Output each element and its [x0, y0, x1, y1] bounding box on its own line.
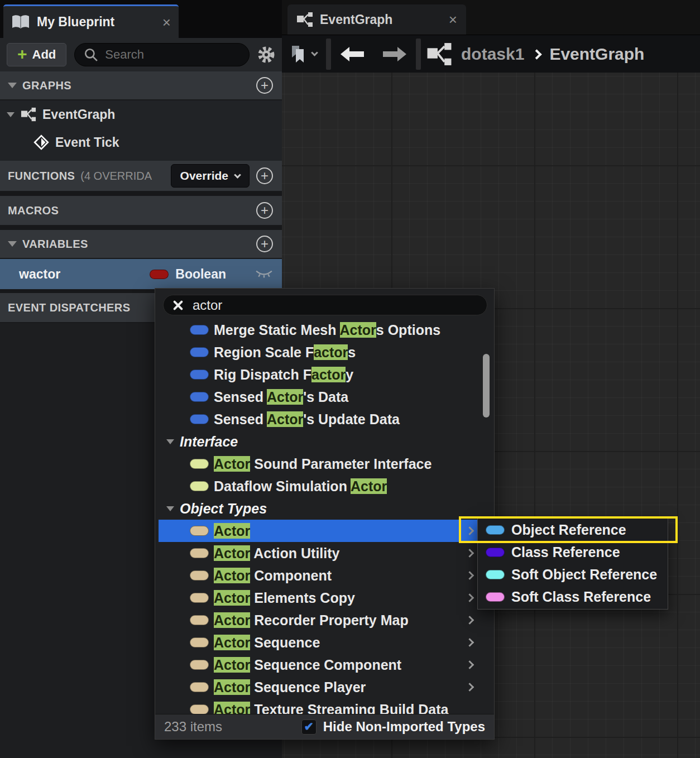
type-option-region-scale-factors[interactable]: Region Scale Factors	[159, 341, 492, 363]
search-input[interactable]: Search	[74, 43, 250, 66]
tab-my-blueprint-label: My Blueprint	[37, 15, 114, 30]
type-option-actor-sound-parameter-interface[interactable]: Actor Sound Parameter Interface	[159, 453, 492, 475]
tab-my-blueprint[interactable]: My Blueprint ×	[3, 4, 179, 38]
section-graphs[interactable]: GRAPHS +	[0, 71, 282, 100]
hide-non-imported-checkbox[interactable]: ✔	[301, 719, 317, 735]
type-option-merge-static-mesh-actors-options[interactable]: Merge Static Mesh Actors Options	[159, 319, 492, 341]
search-icon	[84, 47, 98, 62]
node-graph-icon	[21, 107, 36, 122]
type-option-label: Actor Texture Streaming Build Data	[214, 702, 448, 716]
type-option-sensed-actor-s-data[interactable]: Sensed Actor's Data	[159, 386, 492, 408]
boolean-pill-icon	[150, 270, 169, 279]
type-option-dataflow-simulation-actor[interactable]: Dataflow Simulation Actor	[159, 475, 492, 497]
submenu-option-object-reference[interactable]: Object Reference	[478, 519, 668, 541]
type-option-actor-action-utility[interactable]: Actor Action Utility	[159, 542, 492, 564]
breadcrumb-current[interactable]: EventGraph	[549, 45, 644, 64]
tab-eventgraph[interactable]: EventGraph ×	[287, 4, 466, 35]
section-variables[interactable]: VARIABLES +	[0, 230, 282, 259]
object-pill-icon	[190, 637, 209, 647]
variable-row-wactor[interactable]: wactor Boolean	[0, 259, 282, 289]
forward-arrow-icon	[382, 46, 407, 62]
object-pill-icon	[190, 660, 209, 670]
breadcrumb-root[interactable]: dotask1	[461, 45, 524, 64]
type-option-label: Dataflow Simulation Actor	[214, 478, 387, 495]
type-option-actor-sequence-component[interactable]: Actor Sequence Component	[159, 654, 492, 676]
add-variable-button[interactable]: +	[256, 236, 273, 252]
type-option-label: Actor Sound Parameter Interface	[214, 456, 431, 472]
type-option-rig-dispatch-factory[interactable]: Rig Dispatch Factory	[159, 363, 492, 386]
object-pill-icon	[190, 682, 209, 692]
submenu-option-soft-object-reference[interactable]: Soft Object Reference	[478, 563, 668, 586]
type-option-label: Actor Component	[214, 568, 332, 584]
graph-toolbar: dotask1 EventGraph	[282, 35, 700, 73]
submenu-option-label: Soft Object Reference	[511, 567, 657, 583]
submenu-chevron-icon	[466, 638, 474, 647]
type-search-input[interactable]: actor	[163, 295, 487, 315]
scrollbar-thumb[interactable]	[483, 354, 490, 418]
toolbar-separator	[416, 39, 421, 70]
type-option-sensed-actor-s-update-data[interactable]: Sensed Actor's Update Data	[159, 408, 492, 430]
clear-search-icon[interactable]	[171, 299, 184, 311]
bookmark-icon	[291, 45, 306, 64]
eye-closed-icon[interactable]	[255, 270, 273, 279]
type-option-actor-sequence-player[interactable]: Actor Sequence Player	[159, 676, 492, 698]
blueprint-tab-strip: My Blueprint ×	[0, 0, 282, 38]
type-option-actor-elements-copy[interactable]: Actor Elements Copy	[159, 587, 492, 609]
type-category-label: Interface	[180, 434, 238, 450]
object-pill-icon	[190, 526, 209, 536]
add-macro-button[interactable]: +	[256, 202, 273, 219]
object-pill-icon	[190, 593, 209, 603]
type-option-actor-sequence[interactable]: Actor Sequence	[159, 631, 492, 654]
type-option-actor-texture-streaming-build-data[interactable]: Actor Texture Streaming Build Data	[159, 698, 492, 715]
event-node-icon	[33, 135, 49, 150]
type-option-label: Actor	[214, 523, 250, 539]
submenu-chevron-icon	[466, 593, 474, 602]
object-pill-icon	[190, 548, 209, 558]
add-button[interactable]: + Add	[7, 43, 66, 66]
collapse-triangle-icon	[166, 506, 174, 511]
add-function-button[interactable]: +	[256, 167, 273, 184]
soft-class-reference-pill-icon	[486, 592, 505, 602]
add-graph-button[interactable]: +	[256, 77, 273, 94]
back-arrow-icon	[340, 46, 365, 62]
close-icon[interactable]: ×	[449, 12, 457, 27]
type-category-interface[interactable]: Interface	[159, 430, 492, 453]
type-list: Merge Static Mesh Actors OptionsRegion S…	[159, 319, 492, 715]
submenu-option-soft-class-reference[interactable]: Soft Class Reference	[478, 586, 668, 608]
variable-type-dropdown[interactable]: Boolean	[175, 267, 226, 282]
collapse-triangle-icon[interactable]	[7, 112, 15, 117]
bookmark-button[interactable]	[282, 45, 326, 64]
type-option-label: Actor Action Utility	[214, 545, 339, 562]
struct-pill-icon	[190, 325, 209, 335]
nav-forward-button[interactable]	[373, 46, 416, 62]
breadcrumb: dotask1 EventGraph	[421, 41, 644, 67]
type-option-actor[interactable]: Actor	[159, 520, 492, 542]
node-graph-icon	[296, 11, 313, 28]
interface-pill-icon	[190, 459, 209, 469]
submenu-chevron-icon	[466, 549, 474, 558]
close-icon[interactable]: ×	[162, 15, 171, 30]
section-functions[interactable]: FUNCTIONS (4 OVERRIDA Override +	[0, 161, 282, 192]
submenu-option-label: Soft Class Reference	[511, 589, 651, 605]
type-option-actor-component[interactable]: Actor Component	[159, 564, 492, 587]
chevron-down-icon	[234, 171, 241, 179]
nav-back-button[interactable]	[331, 46, 373, 62]
class-reference-pill-icon	[486, 548, 505, 557]
graph-item-event-tick[interactable]: Event Tick	[0, 128, 282, 156]
divider	[0, 226, 282, 230]
submenu-option-label: Class Reference	[511, 544, 620, 560]
type-option-actor-recorder-property-map[interactable]: Actor Recorder Property Map	[159, 609, 492, 631]
submenu-option-class-reference[interactable]: Class Reference	[478, 541, 668, 563]
type-search-value: actor	[193, 298, 222, 313]
graph-tab-strip: EventGraph ×	[282, 0, 700, 35]
object-pill-icon	[190, 615, 209, 625]
graph-item-eventgraph[interactable]: EventGraph	[0, 100, 282, 128]
gear-icon[interactable]	[257, 46, 275, 64]
type-option-label: Actor Sequence	[214, 635, 320, 651]
type-option-label: Sensed Actor's Data	[214, 389, 348, 405]
divider	[0, 192, 282, 196]
override-dropdown[interactable]: Override	[171, 164, 250, 188]
section-macros[interactable]: MACROS +	[0, 196, 282, 226]
interface-pill-icon	[190, 481, 209, 491]
type-category-object-types[interactable]: Object Types	[159, 497, 492, 520]
